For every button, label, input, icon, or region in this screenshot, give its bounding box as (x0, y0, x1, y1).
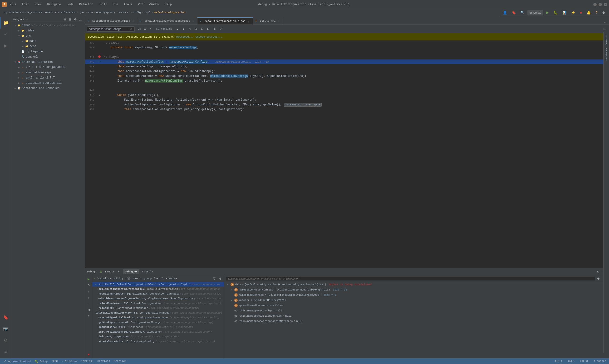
search-opt3-btn[interactable]: ⊞ (212, 26, 217, 32)
sidebar-item-jdk[interactable]: ▶ ☕ < 1.8 > D:\usr\jdk\8u66 (12, 65, 85, 70)
activity-structure[interactable]: ≡ (0, 346, 12, 357)
sidebar-item-scratches[interactable]: ▶ 📝 Scratches and Consoles (12, 86, 85, 91)
close-defaultaction-tab[interactable]: ✕ (192, 19, 195, 23)
step-out-btn[interactable]: ↑ (86, 295, 91, 300)
remote-button[interactable]: 🖥 remote (527, 10, 543, 15)
search-everywhere-btn[interactable]: 🔍 (518, 10, 526, 15)
sidebar-item-antlr[interactable]: ▶ ☕ antlr_antlr-2.7.7 (12, 75, 85, 80)
run-to-cursor-btn[interactable]: → (86, 301, 91, 307)
profile-btn[interactable]: 👤 (501, 10, 509, 15)
search-opt1-btn[interactable]: ⊟ (199, 26, 205, 32)
choose-sources-link[interactable]: Choose Sources... (195, 36, 222, 38)
list-item[interactable]: strutsDispatcher:28, StrutsAppConfig (co… (92, 339, 224, 344)
status-crlf[interactable]: CRLF (567, 360, 575, 363)
sidebar-item-gitignore[interactable]: ▶ 📄 .gitignore (12, 49, 85, 54)
run-config-btn[interactable]: ⚡ (569, 10, 577, 15)
sidebar-settings-btn[interactable]: ⚙ (73, 17, 78, 22)
notifications-tab-btn[interactable]: Notifications (605, 47, 608, 62)
sidebar-item-test[interactable]: ▶ 📁 test (12, 44, 85, 49)
search-close-btn[interactable]: ✕ (602, 26, 607, 32)
frames-grid-btn[interactable]: ⊞ (86, 307, 91, 313)
search-input[interactable] (89, 27, 127, 31)
list-item[interactable]: rebuildRuntimeConfiguration:42, PluginAw… (92, 296, 224, 301)
list-item[interactable]: init:571, Dispatcher (org.apache.struts2… (92, 334, 224, 339)
sidebar-item-debug[interactable]: ▼ 📁 debug D:\exphub\Confluence\CVE-2023-… (12, 23, 85, 28)
activity-project[interactable]: 📁 (0, 17, 12, 28)
activity-commit[interactable]: ✓ (0, 28, 12, 40)
run-btn[interactable]: ▶ (544, 10, 551, 15)
menu-file[interactable]: File (9, 2, 17, 7)
step-over-btn[interactable]: ↷ (86, 282, 91, 288)
search-prev-btn[interactable]: ▲ (175, 26, 180, 32)
menu-help[interactable]: Help (164, 2, 173, 7)
sidebar-item-external-libs[interactable]: ▼ 📚 External Libraries (12, 59, 85, 65)
whole-word-btn[interactable]: W (142, 26, 147, 32)
search-next-btn[interactable]: ▼ (181, 26, 186, 32)
status-position[interactable]: 442:1 (554, 360, 563, 363)
activity-gear[interactable]: ⚙ (0, 335, 12, 346)
coverage-btn[interactable]: 📊 (560, 10, 568, 15)
sidebar-item-idea[interactable]: ▶ 📁 .idea (12, 28, 85, 33)
close-setup-tab[interactable]: ✕ (131, 19, 135, 23)
search-input-wrap[interactable]: ✕ ↺ (87, 26, 135, 32)
status-todo[interactable]: TODO (51, 360, 59, 363)
activity-run[interactable]: ▶ (0, 40, 12, 52)
list-item[interactable]: wasConfigInitialised:72, ConfigurationMa… (92, 315, 224, 320)
help-btn[interactable]: ? (594, 10, 599, 15)
tabs-more-btn[interactable]: ⋯ (603, 20, 608, 25)
menu-window[interactable]: Window (148, 2, 160, 7)
database-tab-btn[interactable]: Database (605, 34, 608, 46)
case-sensitive-btn[interactable]: Cc (137, 26, 142, 32)
resume-btn[interactable]: ▶ (86, 276, 91, 282)
var-expand-this[interactable]: ▶ (226, 283, 230, 286)
close-defaultconfig-tab[interactable]: ✕ (247, 20, 250, 23)
close-struts-tab[interactable]: ✕ (277, 19, 281, 23)
stop-btn[interactable]: ■ (578, 10, 584, 15)
menu-code[interactable]: Code (66, 2, 75, 7)
activity-bookmarks[interactable]: 🔖 (0, 312, 12, 323)
sidebar-item-main[interactable]: ▶ 📁 main (12, 39, 85, 44)
download-sources-link[interactable]: Download... (176, 36, 194, 38)
status-debug[interactable]: 🐛 Debug (34, 360, 49, 363)
menu-build[interactable]: Build (98, 2, 108, 7)
menu-tools[interactable]: Tools (123, 2, 133, 7)
minimize-button[interactable]: ─ (593, 3, 597, 6)
close-button[interactable]: ✕ (604, 3, 607, 6)
list-item[interactable]: initialiseConfiguration:84, Configuratio… (92, 311, 224, 315)
menu-vcs[interactable]: VCS (137, 2, 144, 7)
activity-camera[interactable]: 📷 (0, 323, 12, 335)
menu-refactor[interactable]: Refactor (78, 2, 94, 7)
code-editor[interactable]: 439 no usages 440 private final Map<Stri… (85, 40, 609, 268)
bookmark-btn[interactable]: 🔖 (510, 10, 518, 15)
tab-defaultconfig[interactable]: C DefaultConfiguration.class ✕ (197, 17, 253, 25)
status-problems[interactable]: ⚠ Problems (61, 360, 78, 363)
status-profiler[interactable]: Profiler (113, 360, 127, 363)
menu-view[interactable]: View (34, 2, 43, 7)
list-item[interactable]: reloadContainer:296, DefaultConfiguratio… (92, 301, 224, 306)
var-expand-nac[interactable]: ▶ (230, 288, 233, 291)
sidebar-item-pom[interactable]: ▶ 🔧 pom.xml (12, 54, 85, 59)
debug-run-btn[interactable]: 🐛 (552, 10, 559, 15)
menu-bar[interactable]: File Edit View Navigate Code Refactor Bu… (9, 2, 173, 7)
sidebar-item-src[interactable]: ▼ 📁 src (12, 33, 85, 39)
status-services[interactable]: Services (97, 360, 111, 363)
notifications-btn[interactable]: 🔔 (585, 10, 593, 15)
menu-navigate[interactable]: Navigate (46, 2, 62, 7)
list-item[interactable]: rebuildRuntimeConfiguration:227, Default… (92, 291, 224, 296)
sidebar-more-btn[interactable]: … (78, 17, 83, 22)
list-item[interactable]: ↺ <init>:516, DefaultConfiguration$Runti… (92, 282, 224, 287)
regex-btn[interactable]: * (148, 26, 153, 32)
stop-debug-btn[interactable]: ■ (86, 352, 91, 357)
search-opt2-btn[interactable]: ⊟ (206, 26, 211, 32)
tab-struts[interactable]: X struts.xml ✕ (253, 17, 283, 25)
sidebar-item-annotations[interactable]: ▶ ☕ annotations-api (12, 70, 85, 75)
menu-run[interactable]: Run (112, 2, 119, 7)
add-content-btn[interactable]: ⊕ (63, 17, 67, 22)
settings-gear-btn[interactable]: ⚙ (600, 10, 607, 15)
var-expand-matcher[interactable]: ▶ (230, 299, 233, 302)
tab-setup[interactable]: C SetupRestoreAction.class ✕ (85, 17, 137, 25)
debug-close-session-btn[interactable]: ✕ (116, 269, 122, 274)
list-item[interactable]: getContainer:1079, Dispatcher (org.apach… (92, 325, 224, 329)
status-terminal[interactable]: Terminal (80, 360, 95, 363)
vars-add-btn[interactable]: ⊕ (596, 276, 601, 281)
